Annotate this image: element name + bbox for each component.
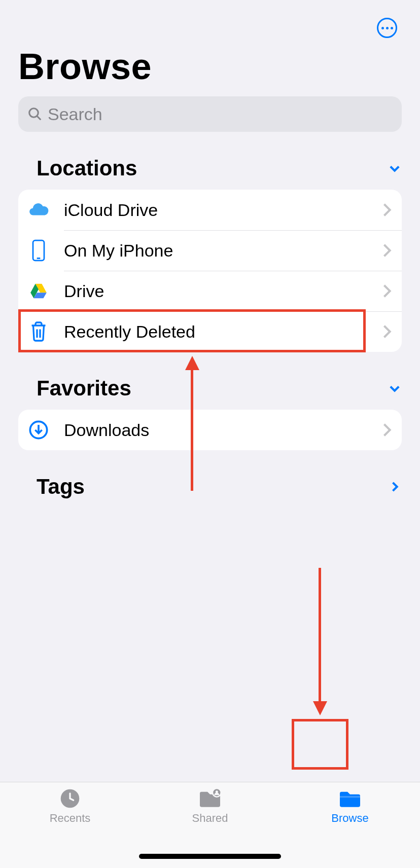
section-title: Locations xyxy=(37,156,137,180)
chevron-right-icon xyxy=(382,284,392,298)
favorites-list: Downloads xyxy=(18,410,402,450)
clock-icon xyxy=(58,788,82,809)
locations-list: iCloud Drive On My iPhone Drive Rece xyxy=(18,190,402,352)
svg-rect-2 xyxy=(33,240,44,261)
shared-folder-icon xyxy=(198,788,222,809)
chevron-right-icon xyxy=(382,423,392,437)
chevron-right-icon xyxy=(382,243,392,258)
section-title: Tags xyxy=(37,475,85,499)
search-bar[interactable] xyxy=(18,96,402,132)
chevron-right-icon xyxy=(382,324,392,339)
list-item-label: iCloud Drive xyxy=(64,200,382,220)
more-button[interactable] xyxy=(377,18,397,38)
list-item-on-my-iphone[interactable]: On My iPhone xyxy=(18,230,402,271)
section-title: Favorites xyxy=(37,376,131,401)
header: Browse xyxy=(0,0,420,87)
annotation-arrow-head-down xyxy=(313,701,327,715)
home-indicator xyxy=(139,854,281,859)
iphone-icon xyxy=(25,237,52,264)
tab-label: Shared xyxy=(192,812,228,825)
svg-rect-14 xyxy=(340,796,360,798)
list-item-recently-deleted[interactable]: Recently Deleted xyxy=(18,311,402,352)
folder-icon xyxy=(338,788,362,809)
annotation-box-browse-tab xyxy=(292,719,348,770)
download-circle-icon xyxy=(25,417,52,443)
google-drive-icon xyxy=(25,278,52,304)
list-item-downloads[interactable]: Downloads xyxy=(18,410,402,450)
list-item-label: Drive xyxy=(64,281,382,301)
chevron-right-icon xyxy=(382,203,392,217)
chevron-down-icon xyxy=(388,161,402,175)
annotation-arrow-down xyxy=(319,568,321,702)
tab-label: Browse xyxy=(331,812,368,825)
svg-point-0 xyxy=(29,108,39,118)
search-input[interactable] xyxy=(48,104,393,124)
icloud-icon xyxy=(25,197,52,223)
tab-browse[interactable]: Browse xyxy=(280,788,420,868)
svg-line-1 xyxy=(37,116,41,120)
list-item-label: On My iPhone xyxy=(64,241,382,261)
chevron-down-icon xyxy=(388,381,402,395)
section-header-locations[interactable]: Locations xyxy=(0,156,420,180)
section-header-tags[interactable]: Tags xyxy=(0,475,420,499)
search-icon xyxy=(27,106,43,122)
section-header-favorites[interactable]: Favorites xyxy=(0,376,420,401)
annotation-arrow-head-up xyxy=(185,356,199,370)
list-item-label: Downloads xyxy=(64,420,382,440)
list-item-drive[interactable]: Drive xyxy=(18,271,402,311)
list-item-icloud-drive[interactable]: iCloud Drive xyxy=(18,190,402,230)
tab-recents[interactable]: Recents xyxy=(0,788,140,868)
list-item-label: Recently Deleted xyxy=(64,322,382,342)
trash-icon xyxy=(25,318,52,345)
chevron-right-icon xyxy=(388,480,402,494)
tab-label: Recents xyxy=(50,812,91,825)
page-title: Browse xyxy=(18,46,402,87)
